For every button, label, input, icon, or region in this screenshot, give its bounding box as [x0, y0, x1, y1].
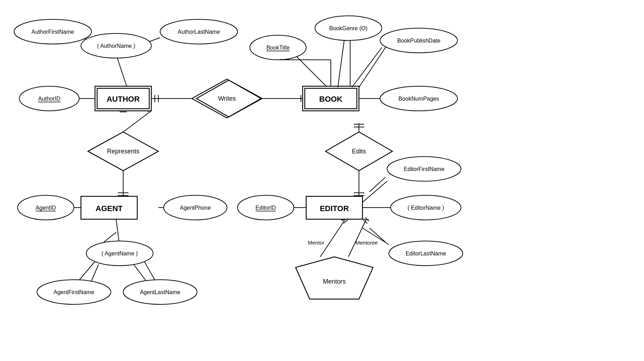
agent-firstname-label: AgentFirstName	[53, 289, 94, 295]
mentor-label: Mentor	[308, 240, 324, 246]
svg-line-36	[348, 220, 366, 257]
svg-line-2	[116, 55, 127, 86]
author-name-label: ( AuthorName )	[97, 43, 135, 49]
author-entity-label: AUTHOR	[107, 95, 140, 103]
svg-line-46	[352, 48, 382, 87]
agent-lastname-label: AgentLastName	[140, 289, 181, 295]
er-diagram: Mentor Mentoree AUTHOR BOOK AGENT EDITOR…	[0, 0, 644, 361]
agent-phone-label: AgentPhone	[180, 205, 211, 211]
svg-line-45	[338, 40, 344, 87]
book-title-label: BookTitle	[266, 45, 290, 51]
edits-label: Edits	[352, 148, 366, 155]
book-numpages-label: BookNumPages	[398, 96, 439, 102]
svg-line-11	[359, 45, 387, 87]
svg-line-9	[292, 52, 327, 87]
book-genre-label: BookGenre (O)	[329, 25, 367, 31]
agent-id-label: AgentID	[36, 205, 56, 211]
svg-line-21	[91, 265, 99, 281]
editor-id-label: EditorID	[255, 205, 276, 211]
editor-firstname-label: EditorFirstName	[404, 166, 444, 172]
author-lastname-label: AuthorLastName	[178, 29, 220, 35]
agent-name-label: ( AgentName )	[101, 251, 138, 256]
editor-entity-label: EDITOR	[320, 204, 349, 213]
mentoree-label: Mentoree	[355, 240, 378, 246]
svg-line-20	[104, 232, 116, 242]
editor-lastname-label: EditorLastName	[406, 251, 446, 256]
represents-label: Represents	[107, 148, 139, 155]
writes-label: Writes	[218, 95, 236, 102]
mentors-label: Mentors	[323, 278, 346, 285]
book-entity-label: BOOK	[319, 95, 342, 103]
agent-entity-label: AGENT	[96, 204, 123, 213]
editor-name-label: ( EditorName )	[408, 205, 444, 211]
svg-line-13	[123, 111, 151, 132]
author-firstname-label: AuthorFirstName	[32, 29, 74, 35]
book-publishdate-label: BookPublishDate	[397, 38, 441, 44]
svg-line-22	[134, 265, 146, 281]
svg-line-40	[144, 261, 155, 280]
svg-line-33	[320, 220, 345, 257]
svg-line-41	[116, 219, 119, 241]
svg-line-48	[362, 181, 387, 202]
author-id-label: AuthorID	[38, 96, 60, 102]
svg-line-38	[363, 220, 367, 223]
